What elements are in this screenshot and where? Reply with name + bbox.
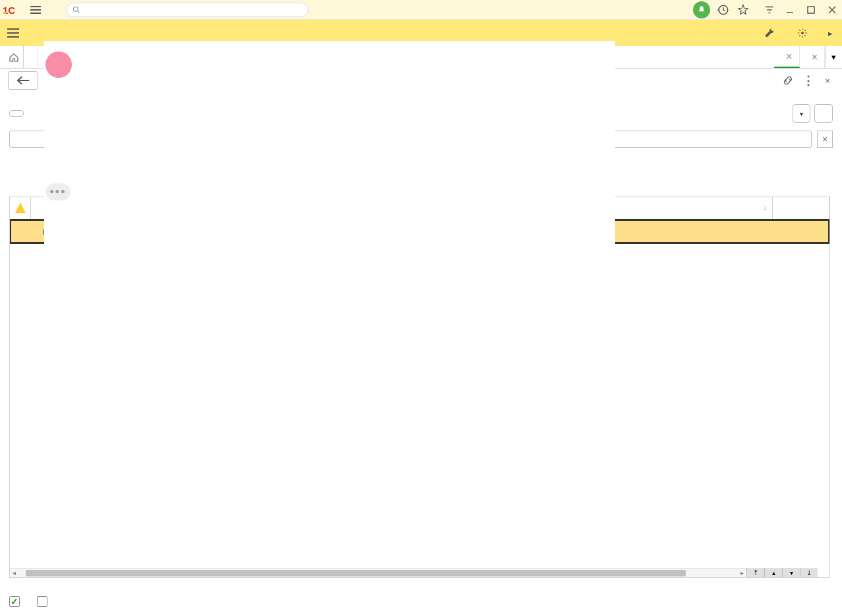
more-button[interactable]: ▾ [793,104,810,123]
show-subdept-checkbox[interactable] [37,596,51,607]
minimize-button[interactable] [783,3,797,17]
email-overlay: ••• [44,41,615,423]
link-icon[interactable] [781,74,795,87]
sections-icon[interactable] [5,25,21,41]
close-icon[interactable]: × [812,51,818,63]
svg-point-4 [801,32,804,34]
close-window-button[interactable] [825,3,839,17]
horizontal-scrollbar[interactable]: ◂ ▸ ⤒ ▴ ▾ ⤓ [10,568,818,577]
email-body: ••• [44,82,615,200]
scroll-down-button[interactable]: ▾ [782,568,800,577]
global-search[interactable] [66,3,309,17]
global-search-input[interactable] [85,5,303,15]
warning-icon [15,202,26,213]
list-view-button[interactable] [9,110,24,117]
sender-avatar[interactable] [45,51,72,78]
favorite-icon[interactable] [737,3,750,16]
menu-admin[interactable] [788,28,821,38]
scroll-up-button[interactable]: ▴ [764,568,782,577]
sig-icq [45,154,615,170]
logo-1c-icon: 1С [3,3,22,16]
gear-icon [797,28,808,38]
close-icon[interactable]: × [786,51,792,63]
scroll-nav-buttons: ⤒ ▴ ▾ ⤓ [746,568,818,577]
help-button[interactable] [814,104,833,123]
expand-quote-button[interactable]: ••• [45,183,71,200]
date-header[interactable] [773,197,829,219]
email-header [44,47,615,82]
filter-icon[interactable] [763,3,776,16]
home-tab[interactable] [4,46,24,68]
clear-filter-button[interactable]: × [817,131,833,148]
chevron-right-icon[interactable]: ▸ [824,26,837,40]
hide-inactive-checkbox[interactable]: ✓ [9,596,24,607]
wrench-icon [764,28,775,38]
title-bar: 1С [0,0,842,20]
tab-awaiting[interactable]: × [800,46,825,68]
scroll-bottom-button[interactable]: ⤓ [800,568,818,577]
search-icon [72,5,81,15]
tab-first[interactable] [24,46,38,68]
notifications-icon[interactable] [693,1,710,18]
close-panel-icon[interactable]: × [821,74,834,87]
maximize-button[interactable] [804,3,818,17]
back-button[interactable] [8,71,38,90]
sender-line [81,51,85,65]
tab-employees[interactable]: × [774,46,799,68]
email-subject [44,41,615,47]
checkbox-checked-icon: ✓ [9,596,20,607]
scrollbar-thumb[interactable] [26,570,686,576]
footer-options: ✓ [9,596,833,607]
tabs-dropdown[interactable]: ▾ [825,46,842,68]
checkbox-unchecked-icon [37,596,47,607]
sort-indicator-icon[interactable]: ↓ [763,203,767,212]
more-actions-icon[interactable]: ⋮ [801,74,814,87]
scroll-top-button[interactable]: ⤒ [746,568,764,577]
svg-point-1 [73,7,78,11]
menu-icon[interactable] [28,2,44,18]
svg-rect-3 [808,7,814,13]
history-icon[interactable] [717,3,730,16]
menu-settings[interactable] [755,28,788,38]
